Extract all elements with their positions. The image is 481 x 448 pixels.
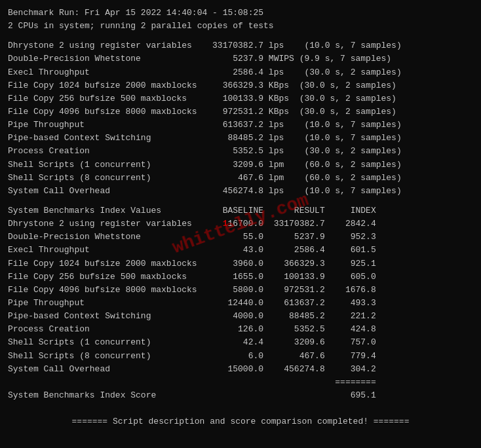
index-row: File Copy 256 bufsize 500 maxblocks 1655…	[8, 271, 473, 284]
benchmark-output: Benchmark Run: Fri Apr 15 2022 14:40:04 …	[8, 7, 473, 428]
benchmark-row: Shell Scripts (8 concurrent) 467.6 lpm (…	[8, 172, 473, 185]
benchmark-row: Pipe-based Context Switching 88485.2 lps…	[8, 132, 473, 145]
index-header: System Benchmarks Index Values BASELINE …	[8, 204, 473, 217]
index-table: System Benchmarks Index Values BASELINE …	[8, 204, 473, 402]
index-row: Double-Precision Whetstone 55.0 5237.9 9…	[8, 231, 473, 244]
benchmark-row: File Copy 256 bufsize 500 maxblocks 1001…	[8, 92, 473, 105]
index-row: Execl Throughput 43.0 2586.4 601.5	[8, 244, 473, 257]
benchmark-row: Pipe Throughput 613637.2 lps (10.0 s, 7 …	[8, 119, 473, 132]
index-row: System Call Overhead 15000.0 456274.8 30…	[8, 363, 473, 376]
equals-line: ========	[8, 376, 473, 389]
cpu-line: 2 CPUs in system; running 2 parallel cop…	[8, 20, 473, 33]
footer-line: ======= Script description and score com…	[8, 415, 473, 428]
benchmark-list: Dhrystone 2 using register variables 331…	[8, 39, 473, 198]
benchmark-row: Execl Throughput 2586.4 lps (30.0 s, 2 s…	[8, 66, 473, 79]
index-row: Dhrystone 2 using register variables 116…	[8, 217, 473, 231]
index-row: File Copy 1024 bufsize 2000 maxblocks 39…	[8, 257, 473, 271]
index-row: Shell Scripts (1 concurrent) 42.4 3209.6…	[8, 336, 473, 349]
run-line: Benchmark Run: Fri Apr 15 2022 14:40:04 …	[8, 7, 473, 20]
benchmark-row: Dhrystone 2 using register variables 331…	[8, 39, 473, 52]
index-row: Process Creation 126.0 5352.5 424.8	[8, 323, 473, 336]
index-row: File Copy 4096 bufsize 8000 maxblocks 58…	[8, 284, 473, 297]
benchmark-row: Double-Precision Whetstone 5237.9 MWIPS …	[8, 52, 473, 65]
score-line: System Benchmarks Index Score 695.1	[8, 389, 473, 402]
index-row: Pipe-based Context Switching 4000.0 8848…	[8, 310, 473, 323]
index-row: Pipe Throughput 12440.0 613637.2 493.3	[8, 297, 473, 310]
benchmark-row: Process Creation 5352.5 lps (30.0 s, 2 s…	[8, 145, 473, 158]
benchmark-row: System Call Overhead 456274.8 lps (10.0 …	[8, 185, 473, 198]
benchmark-row: File Copy 4096 bufsize 8000 maxblocks 97…	[8, 105, 473, 119]
index-row: Shell Scripts (8 concurrent) 6.0 467.6 7…	[8, 350, 473, 363]
benchmark-row: File Copy 1024 bufsize 2000 maxblocks 36…	[8, 79, 473, 92]
benchmark-row: Shell Scripts (1 concurrent) 3209.6 lpm …	[8, 159, 473, 172]
